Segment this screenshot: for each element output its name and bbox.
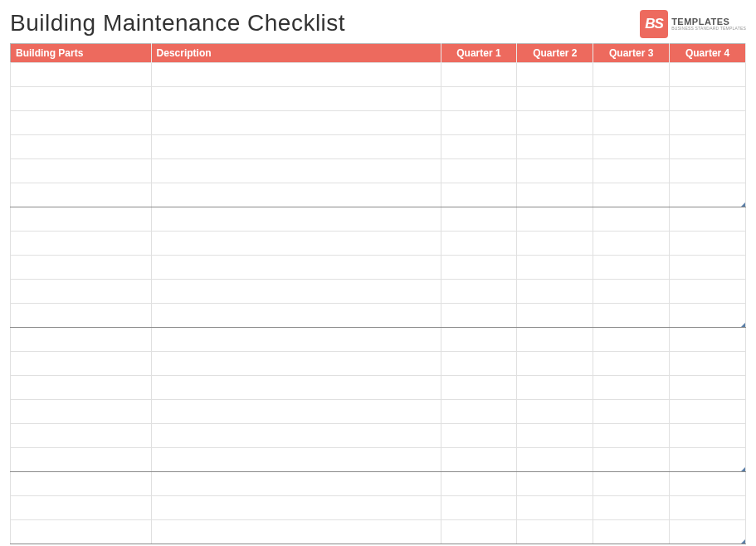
table-cell[interactable] <box>11 424 152 448</box>
table-cell[interactable] <box>517 63 593 87</box>
table-cell[interactable] <box>441 400 517 424</box>
table-cell[interactable] <box>517 256 593 280</box>
table-cell[interactable] <box>11 376 152 400</box>
table-cell[interactable] <box>441 352 517 376</box>
table-cell[interactable] <box>151 159 441 183</box>
table-cell[interactable] <box>517 472 593 496</box>
table-cell[interactable] <box>441 232 517 256</box>
table-cell[interactable] <box>517 159 593 183</box>
table-cell[interactable] <box>670 376 746 400</box>
table-cell[interactable] <box>11 520 152 544</box>
table-cell[interactable] <box>441 183 517 207</box>
table-cell[interactable] <box>151 448 441 472</box>
table-cell[interactable] <box>11 448 152 472</box>
table-cell[interactable] <box>11 328 152 352</box>
table-cell[interactable] <box>441 159 517 183</box>
table-cell[interactable] <box>670 87 746 111</box>
table-cell[interactable] <box>593 496 670 520</box>
table-cell[interactable] <box>593 520 670 544</box>
table-cell[interactable] <box>517 520 593 544</box>
table-cell[interactable] <box>11 232 152 256</box>
table-cell[interactable] <box>11 87 152 111</box>
table-cell[interactable] <box>670 135 746 159</box>
table-cell[interactable] <box>670 472 746 496</box>
table-cell[interactable] <box>517 111 593 135</box>
table-cell[interactable] <box>151 111 441 135</box>
table-cell[interactable] <box>517 87 593 111</box>
table-cell[interactable] <box>441 63 517 87</box>
table-cell[interactable] <box>151 376 441 400</box>
table-cell[interactable] <box>151 304 441 328</box>
table-cell[interactable] <box>593 280 670 304</box>
table-cell[interactable] <box>441 520 517 544</box>
table-cell[interactable] <box>593 159 670 183</box>
table-cell[interactable] <box>517 207 593 232</box>
table-cell[interactable] <box>517 352 593 376</box>
table-cell[interactable] <box>11 135 152 159</box>
table-cell[interactable] <box>593 63 670 87</box>
table-cell[interactable] <box>151 328 441 352</box>
table-cell[interactable] <box>11 256 152 280</box>
table-cell[interactable] <box>151 63 441 87</box>
table-cell[interactable] <box>670 352 746 376</box>
table-cell[interactable] <box>11 111 152 135</box>
table-cell[interactable] <box>441 328 517 352</box>
table-cell[interactable] <box>670 400 746 424</box>
table-cell[interactable] <box>11 63 152 87</box>
table-cell[interactable] <box>593 256 670 280</box>
table-cell[interactable] <box>11 183 152 207</box>
table-cell[interactable] <box>151 400 441 424</box>
table-cell[interactable] <box>441 496 517 520</box>
table-cell[interactable] <box>670 280 746 304</box>
table-cell[interactable] <box>517 232 593 256</box>
table-cell[interactable] <box>151 496 441 520</box>
table-cell[interactable] <box>593 87 670 111</box>
table-cell[interactable] <box>151 472 441 496</box>
table-cell[interactable] <box>151 352 441 376</box>
table-cell[interactable] <box>593 111 670 135</box>
table-cell[interactable] <box>517 135 593 159</box>
table-cell[interactable] <box>593 376 670 400</box>
table-cell[interactable] <box>151 183 441 207</box>
table-cell[interactable] <box>517 328 593 352</box>
table-cell[interactable] <box>11 496 152 520</box>
table-cell[interactable] <box>670 111 746 135</box>
table-cell[interactable] <box>670 159 746 183</box>
table-cell[interactable] <box>670 207 746 232</box>
table-cell[interactable] <box>151 232 441 256</box>
table-cell[interactable] <box>593 183 670 207</box>
table-cell[interactable] <box>441 304 517 328</box>
table-cell[interactable] <box>151 520 441 544</box>
table-cell[interactable] <box>517 280 593 304</box>
table-cell[interactable] <box>517 448 593 472</box>
table-cell[interactable] <box>593 472 670 496</box>
table-cell[interactable] <box>517 376 593 400</box>
table-cell[interactable] <box>593 135 670 159</box>
table-cell[interactable] <box>11 207 152 232</box>
table-cell[interactable] <box>517 400 593 424</box>
table-cell[interactable] <box>151 135 441 159</box>
table-cell[interactable] <box>593 424 670 448</box>
table-cell[interactable] <box>670 520 746 544</box>
table-cell[interactable] <box>593 304 670 328</box>
table-cell[interactable] <box>11 400 152 424</box>
table-cell[interactable] <box>11 159 152 183</box>
table-cell[interactable] <box>517 183 593 207</box>
table-cell[interactable] <box>441 135 517 159</box>
table-cell[interactable] <box>670 63 746 87</box>
table-cell[interactable] <box>441 376 517 400</box>
table-cell[interactable] <box>517 496 593 520</box>
table-cell[interactable] <box>670 424 746 448</box>
table-cell[interactable] <box>670 183 746 207</box>
table-cell[interactable] <box>441 111 517 135</box>
table-cell[interactable] <box>11 304 152 328</box>
table-cell[interactable] <box>593 448 670 472</box>
table-cell[interactable] <box>441 87 517 111</box>
table-cell[interactable] <box>11 280 152 304</box>
table-cell[interactable] <box>441 448 517 472</box>
table-cell[interactable] <box>151 256 441 280</box>
table-cell[interactable] <box>593 232 670 256</box>
table-cell[interactable] <box>670 232 746 256</box>
table-cell[interactable] <box>593 207 670 232</box>
table-cell[interactable] <box>441 207 517 232</box>
